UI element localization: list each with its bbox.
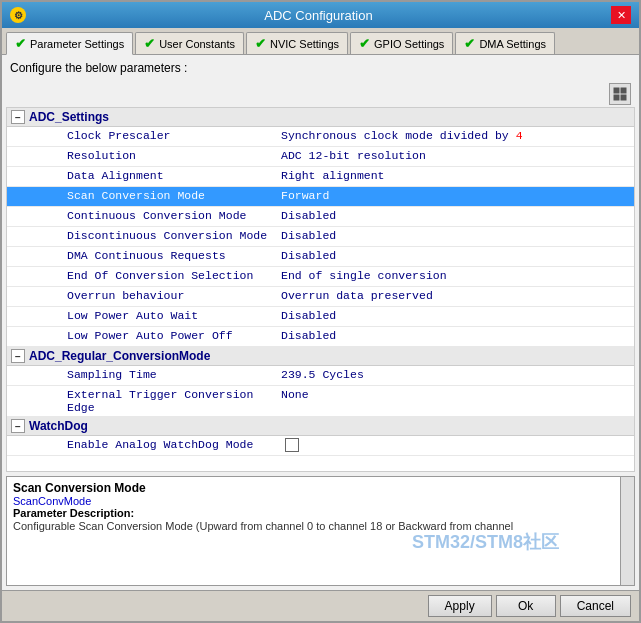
content-area: Configure the below parameters : − ADC_S… xyxy=(2,55,639,590)
param-name: Continuous Conversion Mode xyxy=(7,207,277,226)
collapse-adc-regular[interactable]: − xyxy=(11,349,25,363)
svg-rect-3 xyxy=(621,95,626,100)
title-bar: ⚙ ADC Configuration ✕ xyxy=(2,2,639,28)
param-name: Low Power Auto Wait xyxy=(7,307,277,326)
section-watchdog-label: WatchDog xyxy=(29,419,88,433)
toolbar xyxy=(2,81,639,107)
svg-rect-0 xyxy=(614,88,619,93)
param-value: Right alignment xyxy=(277,167,634,186)
table-row[interactable]: Clock Prescaler Synchronous clock mode d… xyxy=(7,127,634,147)
tab-nvic-settings[interactable]: ✔ NVIC Settings xyxy=(246,32,348,54)
param-value: Forward xyxy=(277,187,634,206)
collapse-adc-settings[interactable]: − xyxy=(11,110,25,124)
tab-check-icon-3: ✔ xyxy=(255,36,266,51)
param-value xyxy=(277,436,634,455)
cancel-button[interactable]: Cancel xyxy=(560,595,631,617)
param-value: Disabled xyxy=(277,327,634,346)
description-content: Scan Conversion Mode ScanConvMode Parame… xyxy=(7,477,634,538)
close-button[interactable]: ✕ xyxy=(611,6,631,24)
param-name: Overrun behaviour xyxy=(7,287,277,306)
description-scrollbar[interactable] xyxy=(620,477,634,585)
section-watchdog[interactable]: − WatchDog xyxy=(7,417,634,436)
param-name: Sampling Time xyxy=(7,366,277,385)
desc-text: Configurable Scan Conversion Mode (Upwar… xyxy=(13,519,628,534)
param-name: DMA Continuous Requests xyxy=(7,247,277,266)
section-adc-regular[interactable]: − ADC_Regular_ConversionMode xyxy=(7,347,634,366)
collapse-watchdog[interactable]: − xyxy=(11,419,25,433)
watchdog-checkbox[interactable] xyxy=(285,438,299,452)
param-value: Synchronous clock mode divided by 4 xyxy=(277,127,634,146)
apply-button[interactable]: Apply xyxy=(428,595,492,617)
param-name: Enable Analog WatchDog Mode xyxy=(7,436,277,455)
table-row[interactable]: Continuous Conversion Mode Disabled xyxy=(7,207,634,227)
tab-check-icon-5: ✔ xyxy=(464,36,475,51)
subtitle-text: Configure the below parameters : xyxy=(2,55,639,81)
tab-check-icon-4: ✔ xyxy=(359,36,370,51)
grid-view-button[interactable] xyxy=(609,83,631,105)
param-name: Low Power Auto Power Off xyxy=(7,327,277,346)
ok-button[interactable]: Ok xyxy=(496,595,556,617)
table-row[interactable]: Enable Analog WatchDog Mode xyxy=(7,436,634,456)
window-icon: ⚙ xyxy=(10,7,26,23)
bottom-button-bar: Apply Ok Cancel xyxy=(2,590,639,621)
param-value: Disabled xyxy=(277,227,634,246)
param-value: ADC 12-bit resolution xyxy=(277,147,634,166)
tab-nvic-settings-label: NVIC Settings xyxy=(270,38,339,50)
tab-user-constants-label: User Constants xyxy=(159,38,235,50)
table-row[interactable]: External Trigger Conversion Edge None xyxy=(7,386,634,417)
tab-check-icon-2: ✔ xyxy=(144,36,155,51)
param-name: Resolution xyxy=(7,147,277,166)
tab-check-icon: ✔ xyxy=(15,36,26,51)
tab-dma-settings-label: DMA Settings xyxy=(479,38,546,50)
main-window: ⚙ ADC Configuration ✕ ✔ Parameter Settin… xyxy=(0,0,641,623)
desc-param-name: Scan Conversion Mode xyxy=(13,481,628,495)
param-value: 239.5 Cycles xyxy=(277,366,634,385)
section-adc-settings[interactable]: − ADC_Settings xyxy=(7,108,634,127)
tab-bar: ✔ Parameter Settings ✔ User Constants ✔ … xyxy=(2,28,639,55)
table-row[interactable]: Low Power Auto Power Off Disabled xyxy=(7,327,634,347)
param-value: Disabled xyxy=(277,207,634,226)
tab-parameter-settings[interactable]: ✔ Parameter Settings xyxy=(6,32,133,55)
section-adc-regular-label: ADC_Regular_ConversionMode xyxy=(29,349,210,363)
description-panel: Scan Conversion Mode ScanConvMode Parame… xyxy=(6,476,635,586)
param-name: External Trigger Conversion Edge xyxy=(7,386,277,416)
table-row[interactable]: Data Alignment Right alignment xyxy=(7,167,634,187)
window-title: ADC Configuration xyxy=(26,8,611,23)
param-value: None xyxy=(277,386,634,416)
table-row[interactable]: DMA Continuous Requests Disabled xyxy=(7,247,634,267)
svg-rect-1 xyxy=(621,88,626,93)
desc-param-id: ScanConvMode xyxy=(13,495,628,507)
table-row[interactable]: Low Power Auto Wait Disabled xyxy=(7,307,634,327)
desc-label: Parameter Description: xyxy=(13,507,628,519)
param-value: Overrun data preserved xyxy=(277,287,634,306)
param-name: Clock Prescaler xyxy=(7,127,277,146)
parameters-table[interactable]: − ADC_Settings Clock Prescaler Synchrono… xyxy=(6,107,635,472)
section-adc-settings-label: ADC_Settings xyxy=(29,110,109,124)
param-value: End of single conversion xyxy=(277,267,634,286)
table-row-selected[interactable]: Scan Conversion Mode Forward xyxy=(7,187,634,207)
table-row[interactable]: Discontinuous Conversion Mode Disabled xyxy=(7,227,634,247)
param-name: End Of Conversion Selection xyxy=(7,267,277,286)
param-value: Disabled xyxy=(277,307,634,326)
tab-gpio-settings[interactable]: ✔ GPIO Settings xyxy=(350,32,453,54)
table-row[interactable]: Resolution ADC 12-bit resolution xyxy=(7,147,634,167)
tab-gpio-settings-label: GPIO Settings xyxy=(374,38,444,50)
tab-user-constants[interactable]: ✔ User Constants xyxy=(135,32,244,54)
param-name: Discontinuous Conversion Mode xyxy=(7,227,277,246)
param-value: Disabled xyxy=(277,247,634,266)
param-name: Data Alignment xyxy=(7,167,277,186)
svg-rect-2 xyxy=(614,95,619,100)
table-row[interactable]: Overrun behaviour Overrun data preserved xyxy=(7,287,634,307)
tab-parameter-settings-label: Parameter Settings xyxy=(30,38,124,50)
table-row[interactable]: End Of Conversion Selection End of singl… xyxy=(7,267,634,287)
tab-dma-settings[interactable]: ✔ DMA Settings xyxy=(455,32,555,54)
param-name: Scan Conversion Mode xyxy=(7,187,277,206)
table-row[interactable]: Sampling Time 239.5 Cycles xyxy=(7,366,634,386)
